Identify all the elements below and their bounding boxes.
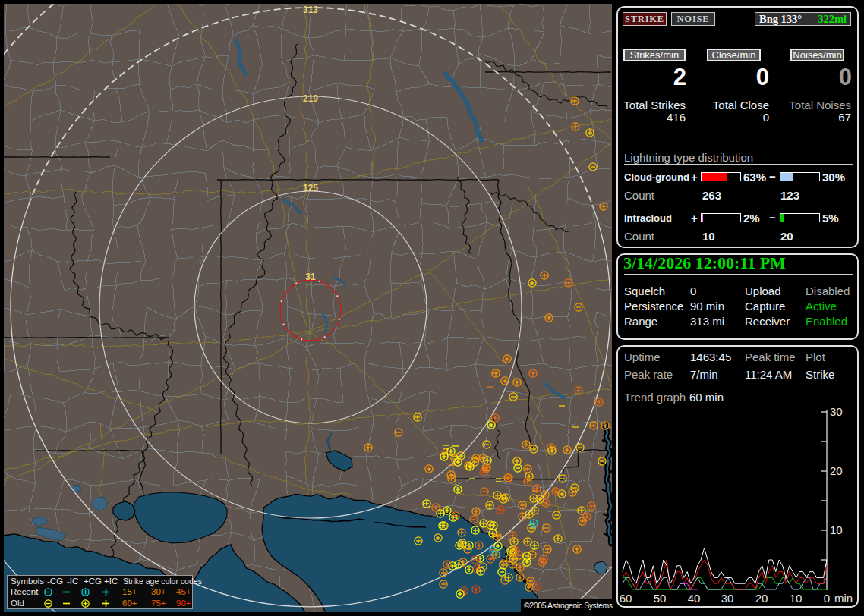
svg-text:50: 50 — [654, 592, 667, 605]
svg-text:125: 125 — [303, 183, 318, 193]
svg-text:313: 313 — [303, 5, 318, 15]
svg-text:31: 31 — [305, 272, 316, 282]
svg-text:30: 30 — [830, 405, 843, 418]
svg-text:40: 40 — [688, 592, 701, 605]
svg-text:20: 20 — [755, 592, 768, 605]
svg-text:20: 20 — [830, 464, 843, 477]
svg-text:60: 60 — [620, 592, 632, 605]
svg-text:min: min — [834, 592, 853, 605]
svg-text:10: 10 — [830, 523, 843, 536]
svg-text:30: 30 — [721, 592, 734, 605]
svg-text:0: 0 — [824, 592, 830, 605]
svg-text:219: 219 — [303, 93, 318, 104]
svg-text:10: 10 — [790, 592, 803, 605]
